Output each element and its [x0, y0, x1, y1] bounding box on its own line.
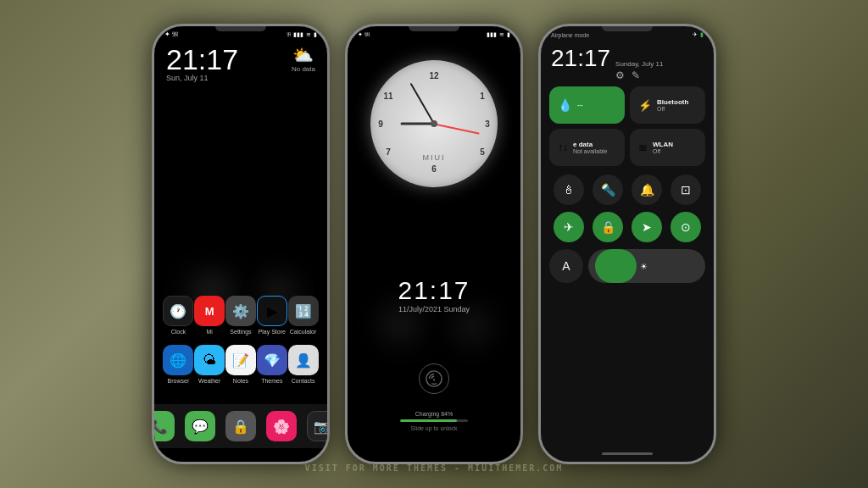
signal-bars-icon: ↑↓ — [558, 141, 568, 153]
playstore-icon: ▶ — [257, 296, 287, 326]
status-time-1: ✦ 𝔐 — [164, 30, 178, 39]
status-bar-3: Airplane mode ✈ ▮ — [541, 26, 714, 43]
num-11: 11 — [383, 92, 392, 101]
charge-area: Charging 84% Slide up to unlock — [400, 411, 468, 431]
cc-round-bell[interactable]: 🔔 — [632, 175, 662, 205]
cc-round-airplane[interactable]: ✈ — [554, 212, 584, 242]
browser-icon: 🌐 — [163, 345, 193, 375]
cc-round-sync[interactable]: ⊙ — [670, 212, 701, 242]
app-clock[interactable]: 🕐 Clock — [163, 296, 193, 335]
cc-round-torch[interactable]: 🕯 — [554, 175, 584, 205]
cc-tile-wlan-text: WLAN Off — [653, 141, 673, 154]
wifi-tile-icon: ≋ — [638, 141, 648, 154]
digital-time-area: 21:17 11/July/2021 Sunday — [398, 276, 470, 313]
status-bar-1: ✦ 𝔐 𝔅 ▮▮▮ ≋ ▮ — [154, 26, 327, 43]
cc-round-lock[interactable]: 🔒 — [593, 212, 623, 242]
num-6: 6 — [431, 164, 437, 173]
app-playstore[interactable]: ▶ Play Store — [257, 296, 287, 335]
bluetooth-icon: ⚡ — [638, 99, 652, 112]
num-12: 12 — [429, 71, 438, 80]
dock-lock[interactable]: 🔒 — [225, 411, 256, 441]
dock-gallery[interactable]: 🌸 — [266, 411, 297, 441]
battery-icon-3: ▮ — [700, 31, 704, 38]
cc-round-location[interactable]: ➤ — [632, 212, 662, 242]
cc-brightness-slider[interactable]: ☀ — [588, 249, 705, 283]
dock-phone[interactable]: 📞 — [154, 411, 175, 441]
battery-icon-2: ▮ — [507, 31, 510, 38]
cc-top-icons: ⚙ ✎ — [615, 69, 663, 81]
charge-bar — [400, 419, 468, 422]
minute-hand — [410, 83, 435, 125]
num-7: 7 — [386, 147, 391, 157]
airplane-label: Airplane mode — [551, 32, 589, 38]
themes-icon: 💎 — [257, 345, 287, 375]
contacts-label: Contacts — [292, 378, 315, 384]
calc-icon: 🔢 — [288, 296, 319, 326]
bluetooth-status: Off — [657, 106, 688, 112]
miui-brand: MIUI — [423, 153, 446, 162]
digital-date: 11/July/2021 Sunday — [398, 305, 470, 313]
cc-tile-data[interactable]: 💧 ··· — [549, 86, 625, 124]
app-calc[interactable]: 🔢 Calculator — [288, 296, 319, 335]
second-hand — [434, 123, 480, 134]
cc-brightness-fill — [595, 249, 637, 283]
cc-slider-row: A ☀ — [541, 246, 714, 286]
signal-icon-2: ▮▮▮ — [487, 31, 497, 38]
digital-time: 21:17 — [398, 276, 470, 305]
mi-icon: M — [194, 296, 225, 326]
cc-round-flashlight[interactable]: 🔦 — [593, 175, 623, 205]
phone-home: ✦ 𝔐 𝔅 ▮▮▮ ≋ ▮ 21:17 Sun, July 11 ⛅ No da… — [152, 24, 330, 464]
cc-tile-mobiledata[interactable]: ↑↓ e data Not available — [549, 129, 625, 166]
slide-unlock: Slide up to unlock — [400, 425, 468, 431]
bluetooth-icon-1: 𝔅 — [287, 31, 291, 38]
hour-hand — [400, 123, 434, 125]
cc-round-row: 🕯 🔦 🔔 ⊡ — [541, 171, 714, 208]
dock-messages[interactable]: 💬 — [185, 411, 215, 441]
bluetooth-label: Bluetooth — [657, 98, 688, 106]
edit-icon[interactable]: ✎ — [632, 69, 640, 81]
notes-icon: 📝 — [225, 345, 256, 375]
app-contacts[interactable]: 👤 Contacts — [288, 345, 319, 384]
clock-center — [431, 120, 437, 127]
wifi-icon-1: ≋ — [306, 31, 311, 38]
battery-icon-1: ▮ — [314, 31, 317, 38]
settings-gear-icon[interactable]: ⚙ — [615, 69, 625, 81]
calc-label: Calculator — [290, 329, 317, 335]
cc-date: Sunday, July 11 — [615, 60, 663, 68]
cc-auto-icon[interactable]: A — [549, 249, 583, 283]
app-themes[interactable]: 💎 Themes — [257, 345, 287, 384]
app-weather[interactable]: 🌤 Weather — [194, 345, 225, 384]
data-icon: 💧 — [558, 98, 572, 112]
home-time: 21:17 — [166, 45, 238, 74]
analog-clock: 12 1 3 5 6 7 9 11 MIUI — [370, 60, 498, 187]
app-browser[interactable]: 🌐 Browser — [163, 345, 193, 384]
airplane-icon: ✈ — [693, 31, 698, 38]
cc-round-screen[interactable]: ⊡ — [670, 175, 701, 205]
app-notes[interactable]: 📝 Notes — [225, 345, 256, 384]
clock-icon: 🕐 — [163, 296, 193, 326]
clock-face: 12 1 3 5 6 7 9 11 MIUI — [370, 60, 498, 187]
phone-control: Airplane mode ✈ ▮ 21:17 Sunday, July 11 … — [538, 24, 716, 464]
app-settings[interactable]: ⚙️ Settings — [225, 296, 256, 335]
dock-camera[interactable]: 📷 — [307, 411, 327, 441]
num-9: 9 — [378, 119, 383, 129]
weather-widget: ⛅ No data — [292, 45, 315, 73]
cc-tile-bluetooth[interactable]: ⚡ Bluetooth Off — [630, 86, 705, 124]
clock-label: Clock — [171, 329, 186, 335]
cc-big-round-row: ✈ 🔒 ➤ ⊙ — [541, 208, 714, 246]
notes-label: Notes — [233, 378, 248, 384]
cc-tile-bt-text: Bluetooth Off — [657, 98, 688, 112]
cc-sun-icon: ☀ — [640, 262, 648, 271]
wifi-icon-2: ≋ — [499, 31, 504, 38]
mobiledata-label: e data — [573, 141, 607, 148]
fingerprint-area[interactable] — [419, 363, 449, 394]
settings-label: Settings — [230, 329, 251, 335]
cc-time: 21:17 — [551, 45, 610, 72]
dock: 📞 💬 🔒 🌸 📷 — [154, 404, 327, 448]
signal-icon-1: ▮▮▮ — [293, 31, 303, 38]
playstore-label: Play Store — [259, 329, 286, 335]
app-mi[interactable]: M Mi — [194, 296, 225, 335]
cc-tile-wlan[interactable]: ≋ WLAN Off — [630, 129, 705, 166]
browser-label: Browser — [168, 378, 190, 384]
status-icons-2: ✦ 𝔐 — [358, 31, 370, 38]
